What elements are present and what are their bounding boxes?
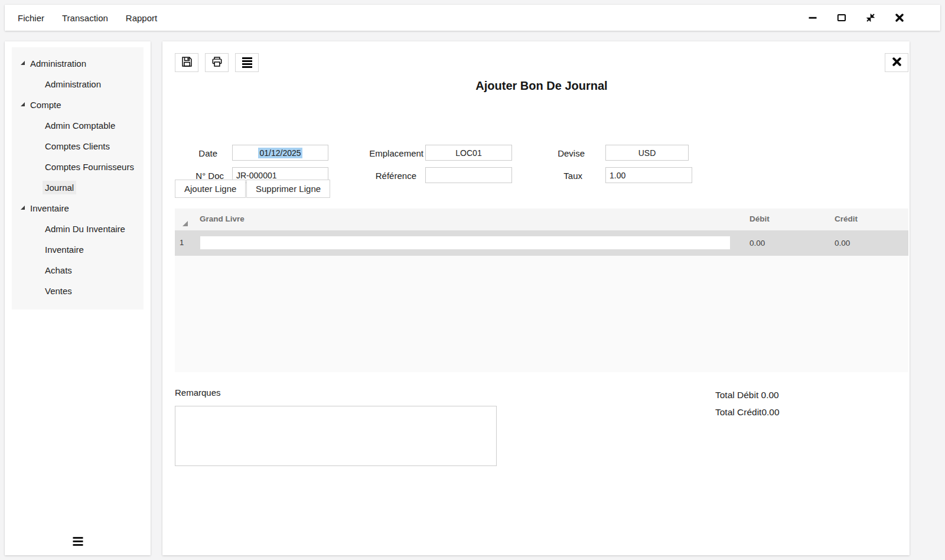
remarks-textarea[interactable] bbox=[175, 406, 497, 466]
devise-input[interactable] bbox=[605, 145, 689, 161]
floppy-disk-icon bbox=[181, 56, 193, 70]
column-header-debit[interactable]: Débit bbox=[750, 214, 770, 223]
remarks-label: Remarques bbox=[175, 388, 221, 398]
maximize-icon[interactable] bbox=[836, 12, 847, 23]
reference-label: Référence bbox=[351, 171, 416, 181]
tree-leaf-comptes-clients[interactable]: Comptes Clients bbox=[12, 136, 144, 157]
reference-input[interactable] bbox=[425, 167, 512, 183]
close-window-icon[interactable] bbox=[894, 12, 905, 23]
menu-items: Fichier Transaction Rapport bbox=[5, 13, 157, 23]
tree-leaf-label: Achats bbox=[43, 263, 74, 277]
expanded-triangle-icon[interactable] bbox=[21, 206, 25, 210]
tree-node-label: Compte bbox=[30, 100, 61, 110]
expanded-triangle-icon[interactable] bbox=[21, 61, 25, 65]
taux-input[interactable] bbox=[605, 167, 692, 183]
tree-leaf-label: Inventaire bbox=[43, 243, 86, 256]
tree-leaf-comptes-fournisseurs[interactable]: Comptes Fournisseurs bbox=[12, 157, 144, 177]
list-button[interactable] bbox=[235, 53, 259, 72]
tree-leaf-administration[interactable]: Administration bbox=[12, 74, 144, 95]
date-input[interactable]: 01/12/2025 bbox=[232, 145, 328, 161]
devise-label: Devise bbox=[517, 148, 585, 158]
collapse-arrows-icon[interactable] bbox=[865, 12, 876, 23]
emplacement-label: Emplacement bbox=[351, 148, 423, 158]
save-button[interactable] bbox=[175, 53, 198, 72]
expanded-triangle-icon[interactable] bbox=[21, 102, 25, 106]
tree-node-label: Inventaire bbox=[30, 203, 69, 213]
list-lines-icon bbox=[242, 57, 252, 68]
printer-icon bbox=[211, 56, 223, 70]
tree-node-compte[interactable]: Compte bbox=[12, 95, 144, 115]
grand-livre-cell-input[interactable] bbox=[200, 236, 730, 249]
date-label: Date bbox=[175, 148, 217, 158]
tree-leaf-label: Admin Comptable bbox=[43, 119, 118, 132]
tree-leaf-label: Comptes Clients bbox=[43, 139, 112, 153]
sidebar: Administration Administration Compte Adm… bbox=[5, 41, 151, 555]
minimize-icon[interactable] bbox=[807, 12, 818, 23]
tree-node-label: Administration bbox=[30, 58, 86, 69]
total-credit-text: Total Crédit0.00 bbox=[715, 403, 780, 421]
total-debit-text: Total Débit 0.00 bbox=[715, 386, 780, 403]
tree-leaf-admin-du-inventaire[interactable]: Admin Du Inventaire bbox=[12, 219, 144, 239]
row-number[interactable]: 1 bbox=[180, 238, 184, 247]
delete-line-button[interactable]: Supprimer Ligne bbox=[246, 180, 330, 198]
tree-node-administration[interactable]: Administration bbox=[12, 53, 144, 74]
tree-leaf-label-selected: Journal bbox=[43, 181, 76, 194]
tree-leaf-journal[interactable]: Journal bbox=[12, 177, 144, 198]
tree-leaf-inventaire[interactable]: Inventaire bbox=[12, 239, 144, 260]
print-button[interactable] bbox=[205, 53, 229, 72]
date-selected-text: 01/12/2025 bbox=[258, 148, 302, 158]
totals-block: Total Débit 0.00 Total Crédit0.00 bbox=[715, 386, 780, 421]
menu-item-transaction[interactable]: Transaction bbox=[62, 13, 108, 23]
taux-label: Taux bbox=[517, 171, 582, 181]
app-window: Fichier Transaction Rapport bbox=[0, 0, 945, 560]
credit-cell[interactable]: 0.00 bbox=[835, 239, 850, 248]
journal-entry-panel: Ajouter Bon De Journal Date 01/12/2025 E… bbox=[162, 41, 910, 555]
column-header-grand-livre[interactable]: Grand Livre bbox=[200, 214, 245, 223]
column-header-credit[interactable]: Crédit bbox=[835, 214, 858, 223]
table-row[interactable]: 1 0.00 0.00 bbox=[175, 230, 908, 256]
grid-header: Grand Livre Débit Crédit bbox=[175, 209, 908, 230]
tree-leaf-label: Admin Du Inventaire bbox=[43, 222, 128, 236]
menu-bar: Fichier Transaction Rapport bbox=[5, 5, 940, 31]
debit-cell[interactable]: 0.00 bbox=[750, 239, 765, 248]
window-controls bbox=[807, 12, 940, 23]
tree-node-inventaire[interactable]: Inventaire bbox=[12, 198, 144, 219]
navigation-tree: Administration Administration Compte Adm… bbox=[12, 47, 144, 310]
menu-item-fichier[interactable]: Fichier bbox=[18, 13, 44, 23]
emplacement-input[interactable] bbox=[425, 145, 512, 161]
hamburger-icon[interactable] bbox=[73, 537, 83, 546]
tree-leaf-achats[interactable]: Achats bbox=[12, 260, 144, 281]
menu-item-rapport[interactable]: Rapport bbox=[126, 13, 157, 23]
close-form-button[interactable] bbox=[885, 53, 908, 72]
tree-leaf-label: Administration bbox=[43, 77, 103, 91]
page-title: Ajouter Bon De Journal bbox=[175, 79, 908, 93]
close-x-icon bbox=[892, 57, 902, 69]
add-line-button[interactable]: Ajouter Ligne bbox=[175, 180, 246, 198]
tree-leaf-label: Ventes bbox=[43, 284, 74, 298]
tree-leaf-ventes[interactable]: Ventes bbox=[12, 281, 144, 301]
tree-leaf-label: Comptes Fournisseurs bbox=[43, 160, 136, 174]
journal-lines-grid: Grand Livre Débit Crédit 1 0.00 0.00 bbox=[175, 209, 908, 372]
tree-leaf-admin-comptable[interactable]: Admin Comptable bbox=[12, 115, 144, 136]
select-all-triangle-icon[interactable] bbox=[183, 221, 188, 226]
